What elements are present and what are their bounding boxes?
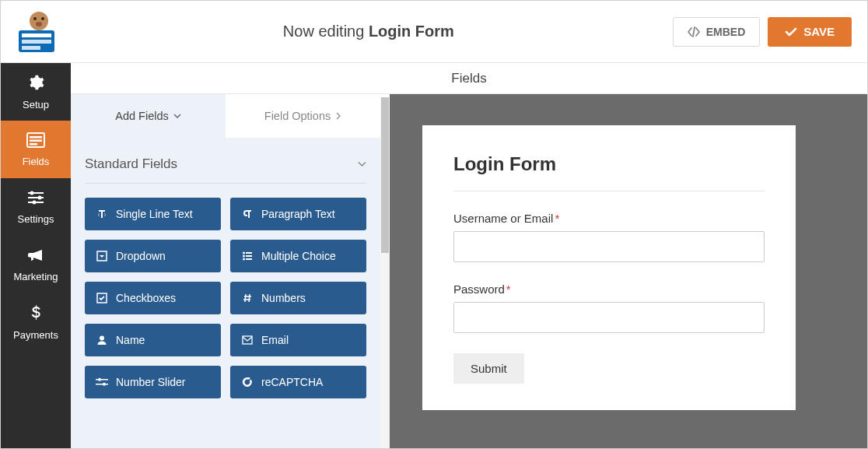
svg-rect-22 bbox=[246, 255, 252, 257]
svg-point-16 bbox=[38, 195, 42, 199]
sidebar-item-payments[interactable]: Payments bbox=[1, 293, 71, 351]
panel-body: Standard Fields Single Line Text Paragr bbox=[71, 138, 380, 409]
section-standard-fields[interactable]: Standard Fields bbox=[85, 149, 366, 184]
svg-point-30 bbox=[98, 378, 101, 381]
field-label: Dropdown bbox=[116, 250, 166, 262]
field-label: Paragraph Text bbox=[261, 208, 335, 220]
sidebar-item-label: Fields bbox=[23, 156, 50, 167]
svg-rect-9 bbox=[30, 136, 42, 139]
page-title: Now editing Login Form bbox=[65, 23, 673, 40]
chevron-down-icon bbox=[358, 159, 366, 170]
svg-rect-24 bbox=[246, 258, 252, 260]
svg-point-26 bbox=[100, 336, 104, 341]
sidebar-item-settings[interactable]: Settings bbox=[1, 178, 71, 236]
save-button[interactable]: SAVE bbox=[768, 17, 852, 47]
sidebar: Setup Fields Settings Marketing Payments bbox=[1, 63, 71, 448]
panel-tabs: Add Fields Field Options bbox=[71, 94, 380, 138]
field-paragraph-text[interactable]: Paragraph Text bbox=[230, 198, 366, 230]
field-label: Multiple Choice bbox=[261, 250, 336, 262]
svg-rect-5 bbox=[22, 33, 51, 37]
logo bbox=[1, 1, 65, 62]
svg-rect-28 bbox=[96, 379, 108, 381]
form-field-password[interactable]: Password* bbox=[453, 282, 765, 333]
field-multiple-choice[interactable]: Multiple Choice bbox=[230, 240, 366, 272]
sidebar-item-marketing[interactable]: Marketing bbox=[1, 236, 71, 293]
field-checkboxes[interactable]: Checkboxes bbox=[85, 282, 221, 314]
check-icon bbox=[785, 26, 797, 37]
fields-panel: Add Fields Field Options Standard Fields bbox=[71, 94, 380, 448]
svg-point-31 bbox=[103, 383, 106, 386]
paragraph-icon bbox=[241, 209, 254, 219]
field-label: reCAPTCHA bbox=[261, 376, 323, 388]
form-name: Login Form bbox=[369, 23, 454, 40]
dollar-icon bbox=[30, 304, 41, 326]
field-label: Single Line Text bbox=[116, 208, 193, 220]
svg-point-1 bbox=[33, 17, 37, 20]
form-icon bbox=[26, 132, 45, 153]
field-label: Password* bbox=[453, 282, 765, 296]
svg-point-0 bbox=[30, 12, 48, 30]
tab-add-fields[interactable]: Add Fields bbox=[71, 94, 226, 138]
svg-rect-6 bbox=[22, 40, 51, 44]
user-icon bbox=[96, 335, 108, 346]
embed-button[interactable]: EMBED bbox=[673, 17, 761, 47]
google-icon bbox=[241, 377, 254, 388]
field-numbers[interactable]: Numbers bbox=[230, 282, 366, 314]
svg-point-21 bbox=[243, 255, 245, 258]
svg-point-17 bbox=[33, 200, 37, 204]
field-recaptcha[interactable]: reCAPTCHA bbox=[230, 366, 366, 398]
field-label: Numbers bbox=[261, 292, 306, 304]
main: Setup Fields Settings Marketing Payments bbox=[1, 63, 867, 448]
section-title: Standard Fields bbox=[85, 156, 177, 172]
field-grid: Single Line Text Paragraph Text Dropdown bbox=[85, 198, 366, 398]
wpforms-logo-icon bbox=[9, 10, 56, 54]
svg-rect-20 bbox=[246, 252, 252, 254]
workspace: Add Fields Field Options Standard Fields bbox=[71, 94, 867, 448]
code-icon bbox=[688, 26, 700, 37]
field-number-slider[interactable]: Number Slider bbox=[85, 366, 221, 398]
field-single-line-text[interactable]: Single Line Text bbox=[85, 198, 221, 230]
hash-icon bbox=[241, 293, 254, 303]
svg-point-19 bbox=[243, 252, 245, 254]
scrollbar[interactable] bbox=[380, 97, 390, 449]
right-area: Fields Add Fields Field Options bbox=[71, 63, 867, 448]
list-icon bbox=[241, 251, 254, 261]
tab-label: Field Options bbox=[264, 110, 331, 122]
svg-point-15 bbox=[30, 191, 34, 195]
required-mark: * bbox=[506, 282, 511, 296]
check-square-icon bbox=[96, 293, 108, 303]
field-label: Number Slider bbox=[116, 376, 185, 388]
panel-header: Fields bbox=[71, 63, 867, 94]
sidebar-item-setup[interactable]: Setup bbox=[1, 63, 71, 121]
scrollbar-thumb[interactable] bbox=[381, 97, 389, 253]
password-input[interactable] bbox=[453, 302, 765, 333]
save-label: SAVE bbox=[803, 25, 835, 38]
top-actions: EMBED SAVE bbox=[673, 17, 852, 47]
field-label: Username or Email* bbox=[453, 212, 765, 225]
divider bbox=[453, 191, 765, 191]
text-icon bbox=[96, 209, 108, 219]
svg-point-3 bbox=[36, 22, 42, 26]
sidebar-item-label: Setup bbox=[23, 99, 49, 110]
chevron-down-icon bbox=[173, 112, 181, 120]
submit-button[interactable]: Submit bbox=[453, 353, 524, 384]
tab-field-options[interactable]: Field Options bbox=[226, 94, 380, 138]
caret-square-icon bbox=[96, 251, 108, 261]
field-label: Email bbox=[261, 334, 289, 346]
field-email[interactable]: Email bbox=[230, 324, 366, 356]
required-mark: * bbox=[555, 212, 559, 225]
form-preview[interactable]: Login Form Username or Email* Password* bbox=[422, 125, 796, 410]
field-dropdown[interactable]: Dropdown bbox=[85, 240, 221, 272]
username-input[interactable] bbox=[453, 231, 765, 262]
slider-icon bbox=[96, 377, 108, 387]
form-title: Login Form bbox=[453, 153, 765, 175]
sidebar-item-fields[interactable]: Fields bbox=[1, 121, 71, 178]
svg-rect-11 bbox=[30, 143, 37, 146]
now-editing-text: Now editing bbox=[283, 23, 365, 40]
field-name[interactable]: Name bbox=[85, 324, 221, 356]
svg-point-23 bbox=[243, 258, 245, 261]
field-label: Name bbox=[116, 334, 145, 346]
sliders-icon bbox=[27, 190, 44, 210]
form-field-username[interactable]: Username or Email* bbox=[453, 212, 765, 262]
label-text: Username or Email bbox=[453, 212, 553, 225]
